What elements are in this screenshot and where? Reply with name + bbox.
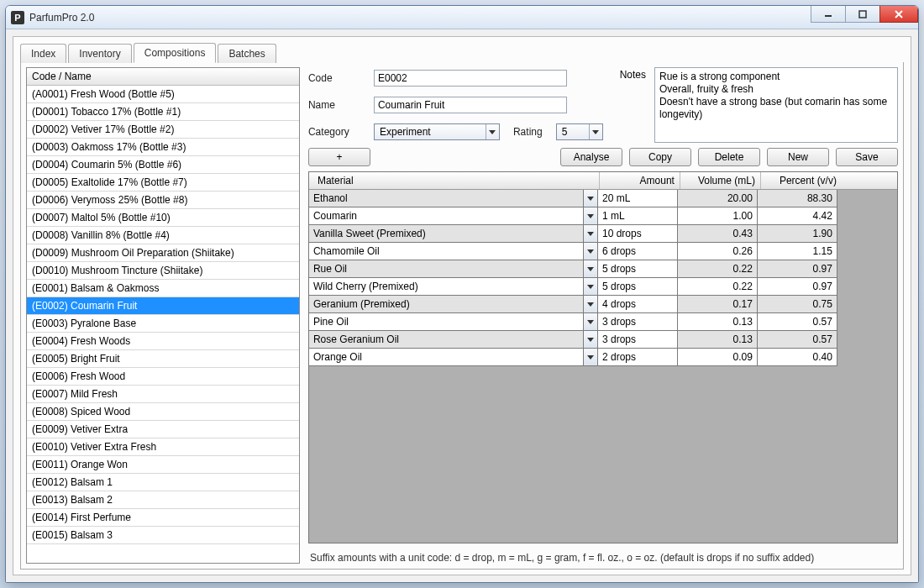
col-volume[interactable]: Volume (mL): [680, 172, 761, 189]
name-field[interactable]: [374, 97, 567, 113]
list-item[interactable]: (E0009) Vetiver Extra: [27, 421, 299, 438]
material-dropdown[interactable]: [583, 190, 598, 207]
category-select[interactable]: Experiment: [374, 123, 500, 140]
list-item[interactable]: (D0010) Mushroom Tincture (Shiitake): [27, 262, 299, 280]
footer-hint: Suffix amounts with a unit code: d = dro…: [308, 549, 898, 564]
percent-cell: 1.15: [757, 242, 837, 260]
list-item[interactable]: (E0005) Bright Fruit: [27, 350, 299, 368]
amount-cell[interactable]: 20 mL: [597, 190, 678, 207]
col-percent[interactable]: Percent (v/v): [761, 172, 842, 189]
material-dropdown[interactable]: [583, 207, 598, 225]
material-cell[interactable]: Rose Geranium Oil: [309, 330, 584, 349]
tab-index[interactable]: Index: [20, 44, 66, 63]
amount-cell[interactable]: 4 drops: [597, 295, 678, 313]
category-rating-row: Experiment Rating 5: [374, 123, 603, 140]
volume-cell: 0.13: [677, 312, 758, 331]
main-panel: IndexInventoryCompositionsBatches Code /…: [13, 36, 911, 575]
category-value: Experiment: [375, 126, 436, 138]
amount-cell[interactable]: 5 drops: [597, 260, 678, 278]
amount-cell[interactable]: 10 drops: [597, 224, 678, 243]
list-item[interactable]: (E0001) Balsam & Oakmoss: [27, 280, 299, 297]
material-cell[interactable]: Chamomile Oil: [309, 242, 584, 260]
app-window: P ParfumPro 2.0 IndexInventoryCompositio…: [5, 5, 919, 583]
material-dropdown[interactable]: [583, 295, 598, 313]
save-button[interactable]: Save: [836, 148, 898, 166]
code-label: Code: [308, 72, 367, 84]
add-material-button[interactable]: +: [308, 148, 370, 166]
list-item[interactable]: (E0012) Balsam 1: [27, 474, 299, 491]
list-item[interactable]: (D0002) Vetiver 17% (Bottle #2): [27, 121, 299, 139]
table-row: Ethanol20 mL20.0088.30: [309, 190, 897, 207]
material-dropdown[interactable]: [583, 277, 598, 296]
app-icon: P: [11, 11, 24, 24]
list-item[interactable]: (D0004) Coumarin 5% (Bottle #6): [27, 156, 299, 174]
percent-cell: 1.90: [757, 224, 837, 243]
list-item[interactable]: (D0003) Oakmoss 17% (Bottle #3): [27, 139, 299, 156]
amount-cell[interactable]: 5 drops: [597, 277, 678, 296]
material-dropdown[interactable]: [583, 312, 598, 331]
list-header[interactable]: Code / Name: [27, 68, 299, 86]
table-row: Chamomile Oil6 drops0.261.15: [309, 243, 897, 260]
notes-field[interactable]: Rue is a strong component Overall, fruit…: [654, 67, 898, 143]
amount-cell[interactable]: 2 drops: [597, 348, 678, 366]
code-field[interactable]: [374, 70, 567, 87]
material-cell[interactable]: Geranium (Premixed): [309, 295, 584, 313]
tab-body: Code / Name (A0001) Fresh Wood (Bottle #…: [20, 62, 904, 570]
minimize-button[interactable]: [811, 6, 846, 23]
list-item[interactable]: (D0008) Vanillin 8% (Bottle #4): [27, 227, 299, 244]
list-item[interactable]: (E0014) First Perfume: [27, 509, 299, 527]
material-cell[interactable]: Coumarin: [309, 207, 584, 225]
volume-cell: 0.22: [677, 277, 758, 296]
list-item[interactable]: (D0009) Mushroom Oil Preparation (Shiita…: [27, 244, 299, 262]
list-item[interactable]: (E0013) Balsam 2: [27, 491, 299, 509]
grid-body[interactable]: Ethanol20 mL20.0088.30Coumarin1 mL1.004.…: [309, 190, 897, 543]
volume-cell: 0.17: [677, 295, 758, 313]
list-item[interactable]: (E0010) Vetiver Extra Fresh: [27, 438, 299, 456]
amount-cell[interactable]: 3 drops: [597, 330, 678, 349]
list-item[interactable]: (E0015) Balsam 3: [27, 527, 299, 544]
col-material[interactable]: Material: [309, 172, 600, 189]
material-cell[interactable]: Rue Oil: [309, 260, 584, 278]
col-amount[interactable]: Amount: [600, 172, 680, 189]
material-dropdown[interactable]: [583, 260, 598, 278]
delete-button[interactable]: Delete: [698, 148, 760, 166]
material-cell[interactable]: Wild Cherry (Premixed): [309, 277, 584, 296]
close-button[interactable]: [879, 6, 918, 23]
tab-batches[interactable]: Batches: [218, 44, 276, 63]
list-item[interactable]: (D0005) Exaltolide 17% (Bottle #7): [27, 174, 299, 192]
rating-select[interactable]: 5: [556, 123, 603, 140]
list-item[interactable]: (A0001) Fresh Wood (Bottle #5): [27, 86, 299, 103]
list-item[interactable]: (E0006) Fresh Wood: [27, 368, 299, 386]
list-item[interactable]: (E0008) Spiced Wood: [27, 403, 299, 421]
list-item[interactable]: (E0011) Orange Won: [27, 456, 299, 474]
list-item[interactable]: (E0002) Coumarin Fruit: [27, 297, 299, 315]
new-button[interactable]: New: [767, 148, 829, 166]
list-scroll[interactable]: (A0001) Fresh Wood (Bottle #5)(D0001) To…: [27, 86, 299, 563]
material-dropdown[interactable]: [583, 330, 598, 349]
material-cell[interactable]: Vanilla Sweet (Premixed): [309, 224, 584, 243]
material-cell[interactable]: Ethanol: [309, 190, 584, 207]
svg-rect-1: [859, 11, 866, 18]
material-dropdown[interactable]: [583, 242, 598, 260]
list-item[interactable]: (E0007) Mild Fresh: [27, 386, 299, 403]
material-cell[interactable]: Pine Oil: [309, 312, 584, 331]
maximize-button[interactable]: [845, 6, 880, 23]
list-item[interactable]: (D0001) Tobacco 17% (Bottle #1): [27, 103, 299, 121]
tab-inventory[interactable]: Inventory: [68, 44, 131, 63]
amount-cell[interactable]: 1 mL: [597, 207, 678, 225]
material-dropdown[interactable]: [583, 224, 598, 243]
list-item[interactable]: (E0003) Pyralone Base: [27, 315, 299, 333]
list-item[interactable]: (E0004) Fresh Woods: [27, 333, 299, 350]
material-cell[interactable]: Orange Oil: [309, 348, 584, 366]
amount-cell[interactable]: 3 drops: [597, 312, 678, 331]
material-dropdown[interactable]: [583, 348, 598, 366]
amount-cell[interactable]: 6 drops: [597, 242, 678, 260]
analyse-button[interactable]: Analyse: [560, 148, 622, 166]
list-item[interactable]: (D0006) Verymoss 25% (Bottle #8): [27, 192, 299, 209]
tab-compositions[interactable]: Compositions: [134, 43, 217, 63]
list-item[interactable]: (D0007) Maltol 5% (Bottle #10): [27, 209, 299, 227]
table-row: Rue Oil5 drops0.220.97: [309, 260, 897, 278]
copy-button[interactable]: Copy: [629, 148, 691, 166]
materials-grid: Material Amount Volume (mL) Percent (v/v…: [308, 171, 898, 543]
form-area: Code Name Category Experiment: [308, 67, 898, 143]
